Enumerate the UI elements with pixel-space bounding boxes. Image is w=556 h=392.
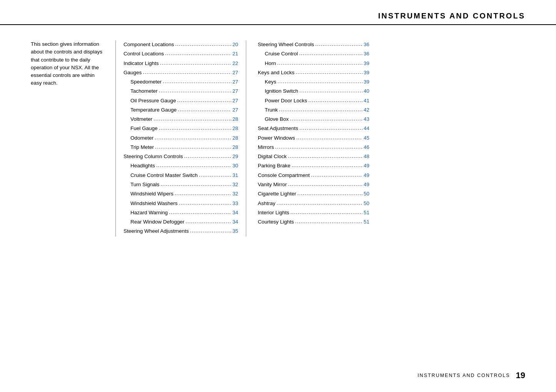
toc-entry: Windshield Wipers.......................… [124,190,238,198]
toc-entry: Console Compartment.....................… [258,171,369,180]
toc-label: Windshield Washers [130,199,178,208]
toc-page-number: 28 [232,124,238,133]
toc-entry: Fuel Gauge..............................… [124,124,238,133]
toc-middle: Component Locations.....................… [115,40,246,237]
toc-page-number: 27 [232,87,238,95]
toc-dots: ........................................… [279,105,362,114]
toc-entry: Tachometer..............................… [124,87,238,95]
toc-label: Keys and Locks [258,68,294,77]
toc-dots: ........................................… [299,87,362,95]
toc-label: Parking Brake [258,162,291,170]
main-content: This section gives information about the… [0,37,556,252]
toc-page-number: 27 [232,106,238,114]
toc-dots: ........................................… [290,115,362,123]
toc-label: Speedometer [130,78,162,86]
toc-page-number: 28 [232,115,238,123]
toc-label: Voltmeter [130,115,152,123]
toc-page-number: 44 [364,124,369,133]
toc-entry: Temperature Gauge.......................… [124,106,238,114]
toc-entry: Headlights..............................… [124,162,238,170]
toc-dots: ........................................… [156,161,231,170]
toc-entry: Trip Meter..............................… [124,143,238,152]
toc-page-number: 27 [232,78,238,86]
toc-page-number: 28 [232,143,238,152]
toc-entry: Hazard Warning..........................… [124,209,238,217]
toc-entry: Power Door Locks........................… [258,97,369,105]
toc-entry: Cruise Control Master Switch............… [124,171,238,180]
toc-page-number: 48 [364,152,369,161]
toc-entry: Indicator Lights........................… [124,59,238,68]
toc-label: Temperature Gauge [130,106,177,114]
toc-dots: ........................................… [277,77,362,86]
toc-page-number: 50 [364,190,369,198]
page-footer: Instruments and Controls 19 [0,370,556,380]
toc-dots: ........................................… [163,77,231,86]
toc-page-number: 32 [232,190,238,198]
toc-dots: ........................................… [277,199,362,207]
toc-label: Seat Adjustments [258,124,298,133]
toc-entry: Odometer................................… [124,134,238,142]
toc-dots: ........................................… [169,208,231,217]
toc-entry: Oil Pressure Gauge......................… [124,97,238,105]
toc-page-number: 51 [364,209,369,217]
toc-entry: Turn Signals............................… [124,180,238,189]
toc-entry: Interior Lights.........................… [258,209,369,217]
toc-page-number: 39 [364,68,369,77]
toc-label: Power Door Locks [265,97,307,105]
toc-entry: Parking Brake...........................… [258,162,369,170]
toc-entry: Gauges..................................… [124,68,238,77]
toc-label: Component Locations [124,40,174,49]
toc-entry: Keys....................................… [258,78,369,86]
toc-page-number: 39 [364,78,369,86]
toc-entry: Digital Clock...........................… [258,152,369,161]
toc-dots: ........................................… [299,49,362,58]
toc-dots: ........................................… [277,59,362,67]
toc-page-number: 49 [364,180,369,189]
toc-page-number: 32 [232,180,238,189]
toc-entry: Steering Wheel Controls.................… [258,40,369,49]
toc-page-number: 21 [232,50,238,58]
toc-label: Gauges [124,68,142,77]
toc-entry: Control Locations.......................… [124,50,238,58]
toc-dots: ........................................… [155,143,231,151]
toc-entry: Keys and Locks..........................… [258,68,369,77]
toc-entry: Steering Column Controls................… [124,152,238,161]
toc-label: Cigarette Lighter [258,190,296,198]
toc-page-number: 34 [232,218,238,226]
intro-column: This section gives information about the… [31,40,115,237]
intro-text: This section gives information about the… [31,40,104,87]
toc-page-number: 43 [364,115,369,123]
toc-label: Ashtray [258,199,275,208]
toc-entry: Voltmeter...............................… [124,115,238,123]
toc-dots: ........................................… [275,143,362,151]
toc-label: Hazard Warning [130,209,168,217]
toc-dots: ........................................… [308,96,362,105]
header-title: Instruments and Controls [378,12,525,20]
toc-page-number: 28 [232,134,238,142]
toc-dots: ........................................… [177,96,231,105]
toc-entry: Windshield Washers......................… [124,199,238,208]
toc-page-number: 49 [364,162,369,170]
toc-dots: ........................................… [199,171,231,179]
toc-page-number: 20 [232,40,238,49]
toc-dots: ........................................… [175,189,231,198]
toc-page-number: 42 [364,106,369,114]
toc-dots: ........................................… [184,152,231,160]
toc-page-number: 45 [364,134,369,142]
toc-label: Tachometer [130,87,158,95]
toc-dots: ........................................… [295,217,362,226]
toc-label: Console Compartment [258,171,310,180]
toc-entry: Power Windows...........................… [258,134,369,142]
toc-dots: ........................................… [154,115,231,123]
toc-label: Rear Window Defogger [130,218,184,226]
toc-page-number: 22 [232,59,238,68]
toc-dots: ........................................… [288,180,362,188]
toc-label: Courtesy Lights [258,218,294,226]
toc-page-number: 49 [364,171,369,180]
toc-label: Turn Signals [130,180,159,189]
toc-label: Oil Pressure Gauge [130,97,176,105]
toc-page-number: 40 [364,87,369,95]
toc-page-number: 36 [364,50,369,58]
toc-dots: ........................................… [178,105,231,114]
toc-page-number: 33 [232,199,238,208]
